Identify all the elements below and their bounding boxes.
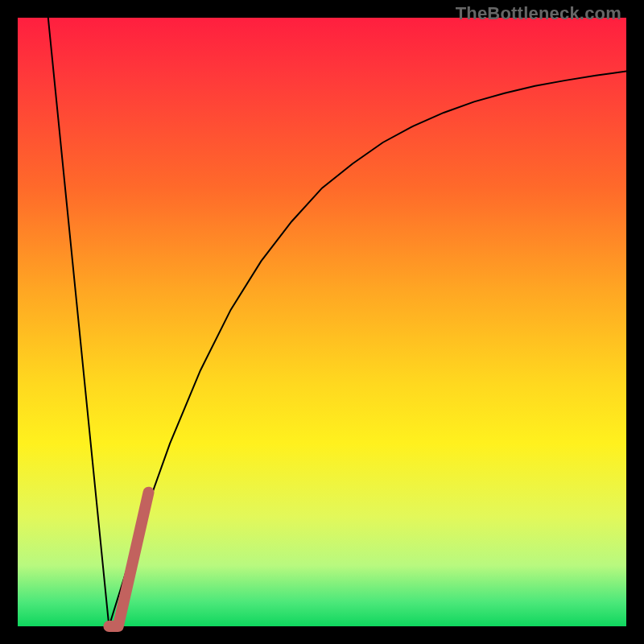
series-descending-line: [48, 18, 109, 626]
watermark-text: TheBottleneck.com: [456, 3, 621, 24]
series-rising-curve: [109, 72, 626, 626]
chart-frame: TheBottleneck.com: [0, 0, 644, 644]
chart-svg: [18, 18, 626, 626]
